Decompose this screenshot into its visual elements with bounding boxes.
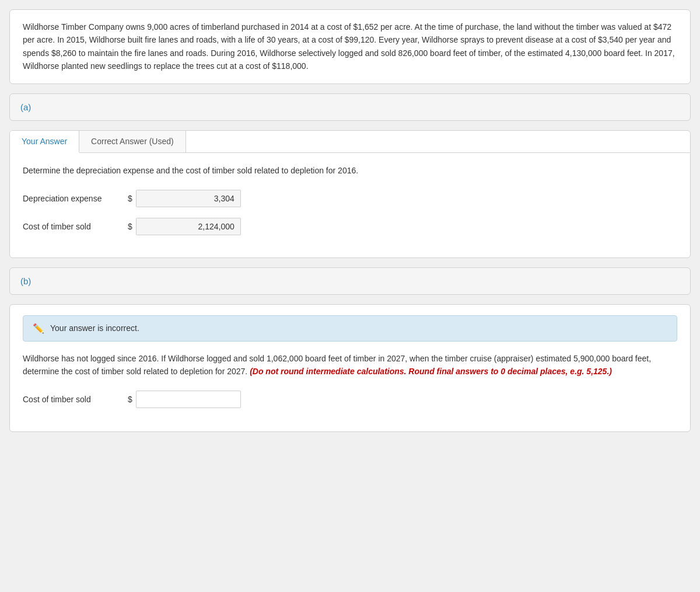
section-a-tabs: Your Answer Correct Answer (Used) Determ… [9,130,691,258]
depreciation-row: Depreciation expense $ [23,190,677,207]
section-b-tabs: ✏️ Your answer is incorrect. Wildhorse h… [9,304,691,433]
section-b-content: ✏️ Your answer is incorrect. Wildhorse h… [10,305,690,432]
question-a-text: Determine the depreciation expense and t… [23,165,677,177]
tab-your-answer[interactable]: Your Answer [10,131,79,153]
tab-content-a: Determine the depreciation expense and t… [10,153,690,257]
incorrect-banner: ✏️ Your answer is incorrect. [23,315,677,342]
timber-sold-row: Cost of timber sold $ [23,218,677,235]
pencil-icon: ✏️ [33,323,44,334]
timber-sold-dollar: $ [128,222,132,231]
depreciation-input[interactable] [136,190,241,207]
cost-timber-row-b: Cost of timber sold $ [23,391,677,408]
problem-b-text: Wildhorse has not logged since 2016. If … [23,352,677,378]
intro-card: Wildhorse Timber Company owns 9,000 acre… [9,9,691,84]
timber-sold-input[interactable] [136,218,241,235]
red-instruction: (Do not round intermediate calculations.… [250,367,612,376]
section-a-wrapper: (a) [9,93,691,121]
depreciation-label: Depreciation expense [23,194,128,203]
section-b-label: (b) [9,267,691,295]
timber-sold-label: Cost of timber sold [23,222,128,231]
incorrect-message: Your answer is incorrect. [50,323,139,333]
tabs-header-a: Your Answer Correct Answer (Used) [10,131,690,153]
tab-correct-answer[interactable]: Correct Answer (Used) [79,131,186,152]
depreciation-dollar: $ [128,194,132,203]
section-a-label: (a) [9,93,691,121]
section-b-wrapper: (b) [9,267,691,295]
cost-dollar-b: $ [128,395,132,404]
cost-timber-label-b: Cost of timber sold [23,395,128,404]
intro-text: Wildhorse Timber Company owns 9,000 acre… [23,20,677,73]
cost-timber-input-b[interactable] [136,391,241,408]
